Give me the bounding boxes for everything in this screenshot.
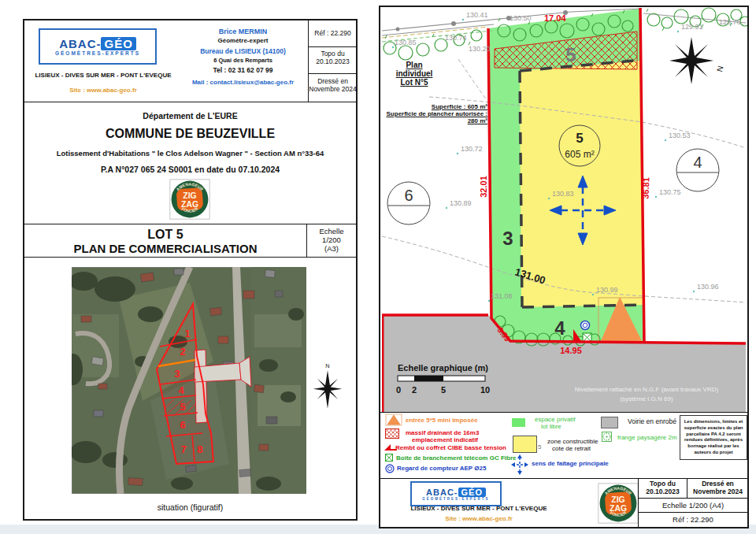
topo-date: 20.10.2023 xyxy=(309,57,357,65)
massif-icon xyxy=(385,428,399,439)
tb-topo-cell: Topo du 20.10.2023 xyxy=(639,479,687,499)
echelle-scale: 1/200 xyxy=(307,235,356,244)
legend-voirie: Voirie en enrobé xyxy=(628,417,676,425)
entree-icon xyxy=(385,413,402,426)
elev: 130.83 xyxy=(552,190,574,198)
scalebar-0: 0 xyxy=(396,385,401,395)
header-info-column: Réf : 22.290 Topo du 20.10.2023 Dressé e… xyxy=(308,20,357,102)
lotissement: Lotissement d'Habitations " le Clos Adel… xyxy=(24,149,356,158)
scalebar-title: Echelle graphique (m) xyxy=(398,363,488,373)
echelle-cell: Echelle 1/200 (A3) xyxy=(306,224,356,257)
elev: 130.20 xyxy=(469,45,491,53)
photo-lot-7: 7 xyxy=(180,443,186,455)
tb-dresse-cell: Dressé en Novembre 2024 xyxy=(687,479,748,499)
legend-regard: Regard de compteur AEP Ø25 xyxy=(397,465,486,472)
nivellement-line2: (système I.G.N 69) xyxy=(620,395,673,402)
legend-entree: entrée 5*5 mini imposée xyxy=(406,417,478,424)
company-cities: LISIEUX - DIVES SUR MER - PONT L'EVEQUE xyxy=(24,72,182,79)
compass-star xyxy=(313,370,343,408)
disclaimer-box: Les dimensions, limites et superficie ex… xyxy=(680,415,747,460)
elev: 130.89 xyxy=(450,199,472,207)
frange-icon xyxy=(602,432,612,442)
elev: 129.91 xyxy=(681,23,703,31)
faitage-icon xyxy=(511,454,528,475)
contact-name: Brice MERMIN xyxy=(182,28,304,35)
zigzag-zig: ZIG xyxy=(183,191,196,200)
tb-topo-label: Topo du xyxy=(639,480,687,488)
legend-massif-1: massif drainant de 16m3 xyxy=(406,429,479,436)
pa-number: P.A N°027 065 24 S0001 en date du 07.10.… xyxy=(24,165,356,174)
echelle-format: (A3) xyxy=(307,244,356,253)
zigzag-logo: ZIG ZAG AMENAGEUR FONCIER xyxy=(169,179,210,220)
left-title-band: LOT 5 PLAN DE COMMERCIALISATION Echelle … xyxy=(24,224,356,258)
legend-espace-1: espace privatif xyxy=(535,416,576,423)
elev: 130.53 xyxy=(669,132,691,139)
plan-area: 5 xyxy=(380,7,747,412)
legend-telecom: Boîte de branchement télécom GC Fibre xyxy=(396,454,516,462)
departement: Département de L'EURE xyxy=(24,111,356,121)
logo-subtitle: GÉOMÈTRES-EXPERTS xyxy=(422,497,489,501)
aerial-photo: 1 2 3 4 5 6 7 8 xyxy=(72,267,306,494)
legend-frange: frange paysagère 2m xyxy=(617,434,677,441)
dim-right: 36.81 xyxy=(641,177,651,199)
plan-title: PLAN DE COMMERCIALISATION xyxy=(24,242,306,255)
tb-table: Topo du 20.10.2023 Dressé en Novembre 20… xyxy=(638,479,747,527)
elev: 130.72 xyxy=(461,145,483,153)
left-page: ABAC- GÉO GÉOMÈTRES-EXPERTS LISIEUX - DI… xyxy=(23,19,358,521)
logo-geo-badge: GÉO xyxy=(458,488,486,497)
abac-geo-logo-small: ABAC- GÉO GÉOMÈTRES-EXPERTS xyxy=(410,481,502,506)
neighbor-6: 6 xyxy=(404,187,413,204)
right-titleblock: ABAC- GÉO GÉOMÈTRES-EXPERTS LISIEUX - DI… xyxy=(380,478,747,527)
zone-icon xyxy=(513,436,537,453)
espace-icon xyxy=(512,418,525,427)
company-site: Site : www.abac-geo.fr xyxy=(24,87,182,94)
tb-topo-date: 20.10.2023 xyxy=(639,488,687,495)
ref-cell: Réf : 22.290 xyxy=(309,20,357,47)
legend-zone-1: zone constructible xyxy=(547,438,598,445)
plan-note: Plan individuel Lot N°5 xyxy=(387,61,442,87)
lot5-number: 5 xyxy=(576,131,583,146)
elev: 130.96 xyxy=(697,283,719,291)
tb-dresse-date: Novembre 2024 xyxy=(687,488,748,495)
photo-lot-5: 5 xyxy=(180,401,185,413)
hatch-lot-number: 5 xyxy=(565,44,576,65)
neighbor-4: 4 xyxy=(693,154,702,171)
superficie-note: Superficie : 605 m² Superficie de planch… xyxy=(380,103,487,124)
tb-cities: LISIEUX - DIVES SUR MER - PONT L'EVEQUE xyxy=(380,505,577,512)
left-body: Département de L'EURE COMMUNE DE BEUZEVI… xyxy=(24,102,356,224)
contact-address: 6 Quai des Remparts xyxy=(182,57,304,64)
dresse-cell: Dressé en Novembre 2024 xyxy=(309,74,357,102)
elev: 129.76 xyxy=(719,18,741,26)
strip-lot-number: 3 xyxy=(502,228,513,249)
photo-lot-8: 8 xyxy=(197,443,202,455)
tb-ref: Réf : 22.290 xyxy=(639,513,747,526)
superficie-value: Superficie : 605 m² xyxy=(380,103,487,110)
topo-label: Topo du xyxy=(309,50,357,57)
nivellement-line1: Nivellement rattaché en N.G.F (avant tra… xyxy=(575,386,719,393)
elev: 130.99 xyxy=(596,286,618,294)
contact-role: Géomètre-expert xyxy=(182,37,304,44)
aep-symbol xyxy=(581,321,590,330)
photo-lot-4: 4 xyxy=(178,384,184,396)
telecom-icon xyxy=(385,454,393,462)
legend-zone-2: cote de retrait xyxy=(552,445,591,452)
contact-mail: Mail : contact.lisieux@abac-geo.fr xyxy=(178,79,308,86)
legend-rembt: Rembt ou coffret CIBE basse tension xyxy=(395,444,506,451)
legend-espace-2: lot libre xyxy=(541,423,561,430)
tb-dresse-label: Dressé en xyxy=(687,480,748,488)
regard-icon xyxy=(385,464,395,473)
scalebar-5: 5 xyxy=(441,385,446,395)
north-label: N xyxy=(325,362,329,369)
contact-office: Bureau de LISIEUX (14100) xyxy=(182,47,304,55)
lot5-area: 605 m² xyxy=(565,149,594,160)
logo-text: ABAC- xyxy=(59,37,101,50)
dresse-label: Dressé en xyxy=(309,77,357,85)
scalebar-2: 2 xyxy=(412,385,417,395)
logo-subtitle: GÉOMÈTRES-EXPERTS xyxy=(55,50,140,56)
compass-rose: N xyxy=(310,358,345,419)
photo-lot-3: 3 xyxy=(174,368,180,380)
photo-lot-2: 2 xyxy=(180,346,185,358)
zone-icon-number: 5 xyxy=(538,443,541,451)
photo-caption: situation (figuratif) xyxy=(24,502,356,512)
plan-note-line1: Plan individuel xyxy=(387,61,442,78)
